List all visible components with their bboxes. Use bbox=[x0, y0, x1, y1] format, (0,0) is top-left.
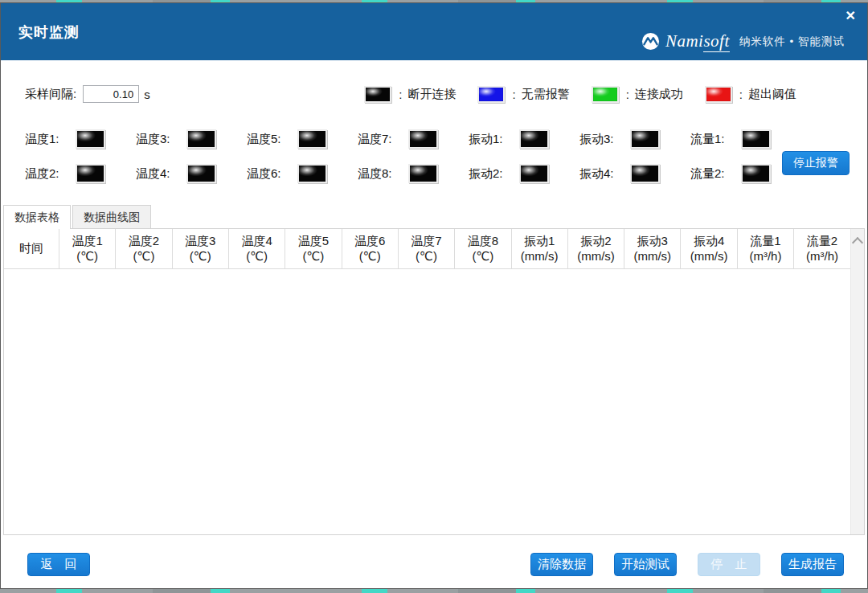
stop-button[interactable]: 停 止 bbox=[698, 553, 760, 576]
indicator-vib4: 振动4: bbox=[579, 164, 690, 183]
indicator-temp1: 温度1: bbox=[25, 129, 136, 149]
clear-data-button[interactable]: 清除数据 bbox=[530, 553, 593, 576]
temp7-led-icon bbox=[408, 129, 438, 149]
vib3-led-icon bbox=[630, 129, 660, 149]
data-table-panel: 时间 温度1(℃) 温度2(℃) 温度3(℃) 温度4(℃) 温度5(℃) 温度… bbox=[3, 228, 865, 535]
legend-item-disconnected: : 断开连接 bbox=[364, 86, 456, 103]
col-temp6: 温度6(℃) bbox=[342, 229, 398, 269]
stop-alarm-button[interactable]: 停止报警 bbox=[782, 151, 850, 175]
legend-colon: : bbox=[739, 88, 743, 101]
col-vib2: 振动2(mm/s) bbox=[567, 229, 624, 269]
sampling-interval-input[interactable] bbox=[83, 85, 139, 103]
vib1-led-icon bbox=[519, 129, 549, 149]
vib1-label: 振动1: bbox=[469, 132, 513, 147]
col-temp7: 温度7(℃) bbox=[398, 229, 454, 269]
tabs: 数据表格 数据曲线图 bbox=[3, 205, 867, 228]
temp1-label: 温度1: bbox=[25, 132, 69, 147]
brand-tagline: 纳米软件 • 智能测试 bbox=[739, 35, 845, 49]
page-title: 实时监测 bbox=[18, 22, 80, 42]
legend-led-green-icon bbox=[592, 86, 619, 103]
col-temp4: 温度4(℃) bbox=[228, 229, 285, 269]
legend-colon: : bbox=[399, 88, 402, 101]
sampling-row: 采样间隔: s : 断开连接 : 无需报警 : 连接成功 : 超出阈值 bbox=[25, 82, 796, 106]
indicator-temp2: 温度2: bbox=[25, 164, 136, 183]
vib2-led-icon bbox=[519, 164, 549, 183]
temp6-label: 温度6: bbox=[247, 166, 291, 182]
vib4-label: 振动4: bbox=[579, 166, 624, 182]
legend-item-over-threshold: : 超出阈值 bbox=[705, 86, 796, 103]
temp5-led-icon bbox=[297, 129, 327, 149]
vib3-label: 振动3: bbox=[579, 132, 624, 147]
temp4-led-icon bbox=[186, 164, 216, 183]
indicator-row-2: 温度2: 温度4: 温度6: 温度8: 振动2: 振动4: 流量2: bbox=[25, 162, 867, 186]
channel-indicators: 温度1: 温度3: 温度5: 温度7: 振动1: 振动3: 流量1: 温度2: … bbox=[25, 127, 867, 186]
legend-led-red-icon bbox=[705, 86, 732, 103]
vertical-scrollbar[interactable] bbox=[850, 229, 864, 534]
flow1-led-icon bbox=[741, 129, 771, 149]
data-table: 时间 温度1(℃) 温度2(℃) 温度3(℃) 温度4(℃) 温度5(℃) 温度… bbox=[4, 229, 850, 269]
vib2-label: 振动2: bbox=[469, 166, 513, 182]
temp1-led-icon bbox=[76, 129, 105, 149]
brand: Namisoft 纳米软件 • 智能测试 bbox=[641, 31, 845, 51]
temp5-label: 温度5: bbox=[247, 132, 291, 147]
temp2-led-icon bbox=[76, 164, 105, 183]
col-flow1: 流量1(m³/h) bbox=[737, 229, 793, 269]
flow1-label: 流量1: bbox=[690, 132, 735, 147]
col-temp2: 温度2(℃) bbox=[116, 229, 172, 269]
indicator-flow1: 流量1: bbox=[690, 129, 801, 149]
temp2-label: 温度2: bbox=[25, 166, 69, 182]
legend-led-blue-icon bbox=[477, 86, 505, 103]
legend-label-over-threshold: 超出阈值 bbox=[748, 87, 796, 102]
tab-data-curve[interactable]: 数据曲线图 bbox=[72, 205, 151, 228]
col-time: 时间 bbox=[4, 229, 59, 269]
indicator-vib3: 振动3: bbox=[579, 129, 690, 149]
scroll-up-icon[interactable] bbox=[852, 237, 863, 248]
table-header-row: 时间 温度1(℃) 温度2(℃) 温度3(℃) 温度4(℃) 温度5(℃) 温度… bbox=[4, 229, 850, 269]
temp4-label: 温度4: bbox=[136, 166, 180, 182]
indicator-temp3: 温度3: bbox=[136, 129, 247, 149]
flow2-label: 流量2: bbox=[690, 166, 735, 182]
temp8-led-icon bbox=[408, 164, 438, 183]
col-temp8: 温度8(℃) bbox=[455, 229, 511, 269]
brand-name-prefix: Nami bbox=[665, 31, 704, 51]
indicator-temp6: 温度6: bbox=[247, 164, 358, 183]
legend-led-black-icon bbox=[364, 86, 391, 103]
generate-report-button[interactable]: 生成报告 bbox=[781, 553, 844, 576]
col-temp3: 温度3(℃) bbox=[172, 229, 228, 269]
indicator-temp8: 温度8: bbox=[358, 164, 469, 183]
col-flow2: 流量2(m³/h) bbox=[794, 229, 850, 269]
indicator-vib2: 振动2: bbox=[469, 164, 579, 183]
back-button[interactable]: 返 回 bbox=[27, 553, 90, 576]
start-test-button[interactable]: 开始测试 bbox=[614, 553, 677, 576]
namisoft-logo-icon bbox=[641, 32, 660, 51]
indicator-temp7: 温度7: bbox=[358, 129, 469, 149]
close-icon[interactable]: ✕ bbox=[845, 10, 856, 22]
col-temp1: 温度1(℃) bbox=[59, 229, 116, 269]
col-temp5: 温度5(℃) bbox=[285, 229, 342, 269]
flow2-led-icon bbox=[741, 164, 771, 183]
sampling-interval-label: 采样间隔: bbox=[25, 87, 76, 102]
legend-colon: : bbox=[512, 88, 515, 101]
temp6-led-icon bbox=[297, 164, 327, 183]
temp3-label: 温度3: bbox=[136, 132, 180, 147]
tab-data-table[interactable]: 数据表格 bbox=[3, 205, 71, 229]
footer: 返 回 清除数据 开始测试 停 止 生成报告 bbox=[27, 553, 844, 576]
indicator-temp4: 温度4: bbox=[136, 164, 247, 183]
footer-right-group: 清除数据 开始测试 停 止 生成报告 bbox=[530, 553, 844, 576]
legend-colon: : bbox=[626, 88, 629, 101]
brand-name: Namisoft bbox=[665, 31, 730, 51]
vib4-led-icon bbox=[630, 164, 660, 183]
indicator-row-1: 温度1: 温度3: 温度5: 温度7: 振动1: 振动3: 流量1: bbox=[25, 127, 867, 151]
indicator-temp5: 温度5: bbox=[247, 129, 358, 149]
col-vib1: 振动1(mm/s) bbox=[511, 229, 567, 269]
temp7-label: 温度7: bbox=[358, 132, 402, 147]
sampling-unit-label: s bbox=[144, 88, 150, 101]
titlebar: 实时监测 ✕ Namisoft 纳米软件 • 智能测试 bbox=[1, 3, 867, 60]
col-vib3: 振动3(mm/s) bbox=[624, 229, 681, 269]
col-vib4: 振动4(mm/s) bbox=[681, 229, 737, 269]
temp3-led-icon bbox=[186, 129, 216, 149]
legend-item-no-alarm: : 无需报警 bbox=[477, 86, 569, 103]
legend-label-disconnected: 断开连接 bbox=[407, 87, 456, 102]
legend-item-connected: : 连接成功 bbox=[592, 86, 683, 103]
legend-label-no-alarm: 无需报警 bbox=[522, 87, 570, 102]
